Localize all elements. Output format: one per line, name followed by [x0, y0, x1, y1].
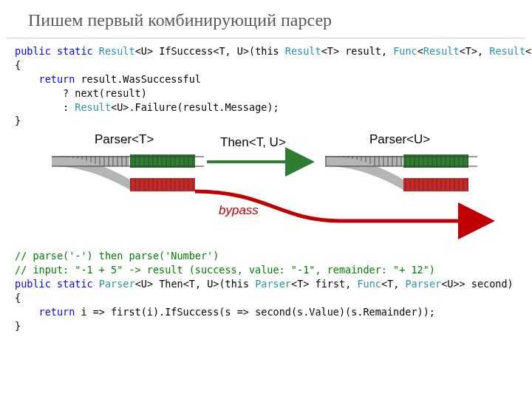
- type-result-c: Result: [75, 101, 111, 113]
- p-d: <U>> second): [441, 278, 514, 290]
- brace-open-2: {: [15, 292, 21, 304]
- brace-close-2: }: [15, 320, 21, 332]
- svg-rect-6: [130, 178, 195, 191]
- ternary-c-b: <U>.Failure(result.Message);: [111, 101, 279, 113]
- kw-static-2: static: [57, 278, 93, 290]
- ternary-c-a: :: [15, 101, 75, 113]
- track-switch-left: [52, 154, 204, 191]
- kw-return-2: return: [39, 306, 75, 318]
- generic-args: <T, U>: [213, 45, 249, 57]
- type-parser-3: Parser: [405, 278, 441, 290]
- p-a: (this: [219, 278, 255, 290]
- type-parser-2: Parser: [255, 278, 291, 290]
- type-result-4: Result: [489, 45, 525, 57]
- railway-svg: [0, 132, 532, 243]
- type-parser: Parser: [99, 278, 135, 290]
- p-b: <T> first,: [291, 278, 357, 290]
- ternary-q: ? next(result): [15, 87, 147, 99]
- comment-2: // input: "-1 + 5" -> result (success, v…: [15, 264, 435, 276]
- svg-rect-14: [403, 178, 468, 191]
- type-func: Func: [393, 45, 417, 57]
- kw-static: static: [57, 45, 93, 57]
- bypass-arrow: [195, 191, 488, 221]
- kw-return: return: [39, 73, 75, 85]
- type-func-2: Func: [357, 278, 381, 290]
- slide-title: Пишем первый комбинирующий парсер: [0, 0, 532, 38]
- gen-t: <T>: [321, 45, 339, 57]
- method-then: Then: [153, 278, 183, 290]
- brace-open: {: [15, 59, 21, 71]
- gen-u: <U>: [135, 278, 153, 290]
- type-result: Result: [99, 45, 135, 57]
- func-gen-b: <T>,: [460, 45, 490, 57]
- ret-rest-2: i => first(i).IfSuccess(s => second(s.Va…: [75, 306, 435, 318]
- type-result-3: Result: [423, 45, 460, 57]
- type-result-2: Result: [285, 45, 321, 57]
- railway-diagram: Parser<T> Then<T, U> Parser<U> bypass: [0, 132, 532, 243]
- track-switch-right: [325, 154, 477, 191]
- kw-public-2: public: [15, 278, 51, 290]
- kw-public: public: [15, 45, 51, 57]
- p-c: <T,: [381, 278, 406, 290]
- func-gen-a: <: [417, 45, 423, 57]
- code-block-ifsuccess: public static Result<U> IfSuccess<T, U>(…: [0, 38, 532, 128]
- gen-tu: <T, U>: [183, 278, 219, 290]
- method-name: IfSuccess: [159, 45, 213, 57]
- ret-rest: result.WasSuccessful: [75, 73, 201, 85]
- func-gen-c: <U>> next): [525, 45, 532, 57]
- params-a: (this: [249, 45, 285, 57]
- params-b: result,: [339, 45, 393, 57]
- brace-close: }: [15, 115, 21, 126]
- comment-1: // parse('-') then parse('Number'): [15, 250, 219, 262]
- code-block-then: // parse('-') then parse('Number') // in…: [0, 243, 532, 332]
